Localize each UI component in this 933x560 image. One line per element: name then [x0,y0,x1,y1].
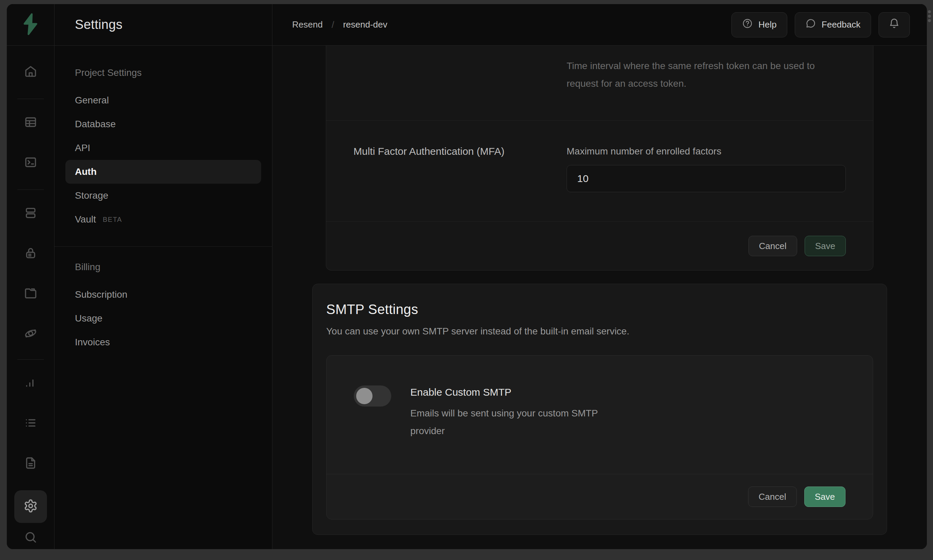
nav-item-api[interactable]: API [65,136,261,160]
header-actions: Help Feedback [731,12,910,37]
app-header: Settings Resend / resend-dev [7,4,927,46]
notifications-button[interactable] [879,12,910,37]
help-button[interactable]: Help [731,12,787,37]
save-button[interactable]: Save [804,486,845,507]
frame-dot [928,19,931,22]
refresh-token-help-text: Time interval where the same refresh tok… [567,57,846,92]
beta-badge: BETA [103,216,122,223]
sidebar-item-settings[interactable] [14,490,47,523]
settings-gear-icon [23,499,38,514]
nav-item-general[interactable]: General [65,88,261,112]
auth-card-footer: Cancel Save [326,222,873,270]
feedback-button[interactable]: Feedback [795,12,871,37]
save-button[interactable]: Save [805,236,846,256]
enable-smtp-row: Enable Custom SMTP Emails will be sent u… [327,355,873,474]
main-content: Time interval where the same refresh tok… [272,46,927,549]
enable-custom-smtp-toggle[interactable] [354,385,391,406]
rail-divider [17,359,44,360]
settings-nav: Project Settings General Database API Au… [54,46,272,549]
auth-lock-icon [24,246,37,261]
refresh-token-label-column [353,57,567,92]
app-body: Project Settings General Database API Au… [7,46,927,549]
storage-folder-icon [24,286,37,302]
sidebar-item-home[interactable] [17,58,44,86]
desktop-frame: Settings Resend / resend-dev [0,0,933,560]
page-title: Settings [54,4,272,45]
app-window: Settings Resend / resend-dev [7,4,927,549]
mfa-row: Multi Factor Authentication (MFA) Maximu… [326,121,873,222]
feedback-button-label: Feedback [822,19,861,30]
sidebar-item-table-editor[interactable] [17,109,44,137]
max-enrolled-factors-label: Maximum number of enrolled factors [567,145,846,157]
nav-group-project-settings: Project Settings [65,68,261,78]
logs-list-icon [24,416,37,431]
mfa-field-column: Maximum number of enrolled factors [567,145,846,192]
smtp-settings-panel: SMTP Settings You can use your own SMTP … [312,284,887,535]
auth-settings-card: Time interval where the same refresh tok… [326,46,873,271]
sidebar-item-sql-editor[interactable] [17,149,44,177]
nav-item-auth[interactable]: Auth [65,160,261,184]
nav-item-invoices[interactable]: Invoices [65,330,261,354]
smtp-card-footer: Cancel Save [327,474,873,519]
frame-dot [928,15,931,18]
breadcrumb-org[interactable]: Resend [292,19,323,30]
mfa-section-label: Multi Factor Authentication (MFA) [353,145,567,192]
rail-divider [17,189,44,190]
nav-item-vault[interactable]: Vault BETA [65,208,261,231]
breadcrumb: Resend / resend-dev [292,19,387,30]
docs-file-icon [24,456,37,471]
sql-editor-icon [24,155,37,171]
sidebar-item-search[interactable] [17,524,44,549]
integrations-orbit-icon [24,327,37,342]
max-enrolled-factors-input[interactable] [567,165,846,192]
breadcrumb-separator: / [332,19,335,30]
sidebar-item-docs[interactable] [17,450,44,477]
smtp-settings-description: You can use your own SMTP server instead… [326,326,873,337]
sidebar-item-reports[interactable] [17,370,44,397]
nav-item-storage[interactable]: Storage [65,184,261,208]
toggle-knob [356,388,373,404]
sidebar-item-integrations[interactable] [17,320,44,348]
frame-dot [928,10,931,13]
breadcrumb-project[interactable]: resend-dev [343,19,387,30]
header-main: Resend / resend-dev Hel [272,4,927,45]
enable-custom-smtp-description: Emails will be sent using your custom SM… [410,405,615,440]
sidebar-item-auth[interactable] [17,240,44,268]
smtp-settings-title: SMTP Settings [326,302,873,317]
nav-item-vault-label: Vault [75,214,96,225]
sidebar-item-database[interactable] [17,200,44,227]
supabase-logo[interactable] [7,4,54,45]
rail-divider [17,98,44,99]
bell-icon [888,18,900,32]
search-icon [24,531,37,545]
nav-item-subscription[interactable]: Subscription [65,283,261,306]
enable-smtp-text: Enable Custom SMTP Emails will be sent u… [410,385,615,440]
sidebar-item-logs[interactable] [17,410,44,437]
sidebar-item-storage[interactable] [17,280,44,308]
refresh-token-row: Time interval where the same refresh tok… [326,46,873,120]
cancel-button[interactable]: Cancel [748,236,797,256]
table-editor-icon [24,115,37,130]
database-icon [24,206,37,221]
nav-group-billing: Billing [65,262,261,272]
help-circle-icon [742,18,753,31]
reports-chart-icon [24,376,37,391]
enable-custom-smtp-label: Enable Custom SMTP [410,385,615,399]
supabase-bolt-icon [23,13,39,37]
icon-rail [7,46,54,549]
nav-divider [54,246,272,247]
nav-item-database[interactable]: Database [65,112,261,136]
home-icon [24,65,37,80]
cancel-button[interactable]: Cancel [748,486,797,507]
nav-item-usage[interactable]: Usage [65,306,261,330]
message-circle-icon [805,18,816,31]
smtp-card: Enable Custom SMTP Emails will be sent u… [326,355,873,520]
help-button-label: Help [758,19,776,30]
